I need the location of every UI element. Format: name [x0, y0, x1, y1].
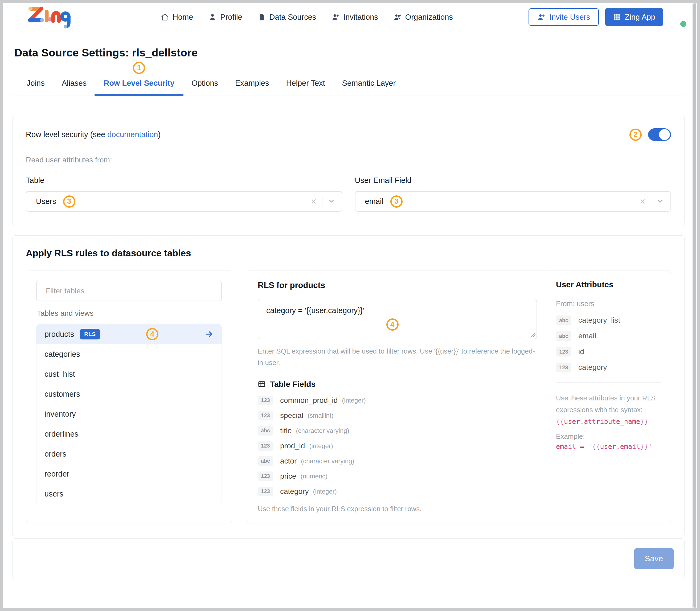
- table-select[interactable]: Users 3 ×: [26, 191, 342, 212]
- tab-examples[interactable]: Examples: [235, 79, 269, 95]
- table-row[interactable]: inventory: [36, 404, 222, 424]
- field-name: actor: [280, 457, 297, 465]
- tables-panel: Tables and views products RLS 4 categori…: [26, 270, 232, 523]
- person-plus-icon: [331, 13, 340, 21]
- field-name: common_prod_id: [280, 396, 338, 405]
- table-name: orderlines: [44, 430, 78, 438]
- attribute-name: email: [578, 332, 596, 340]
- table-row[interactable]: orders: [36, 444, 222, 464]
- attribute-syntax-code: {{user.attribute_name}}: [556, 418, 661, 426]
- table-field-row: 123 special (smallint): [258, 411, 537, 420]
- attribute-type-badge: 123: [556, 362, 571, 372]
- person-icon: [208, 13, 217, 21]
- scrollbar[interactable]: [692, 3, 697, 608]
- clear-icon[interactable]: ×: [640, 197, 645, 206]
- table-fields-list: 123 common_prod_id (integer) 123 special…: [258, 396, 537, 496]
- table-row[interactable]: reorder: [36, 464, 222, 484]
- person-plus-icon: [537, 13, 545, 21]
- divider: [556, 382, 661, 383]
- documentation-link[interactable]: documentation: [107, 130, 158, 139]
- user-attribute-row: abc category_list: [556, 315, 661, 325]
- user-attributes-list: abc category_list abc email 123 id 123: [556, 315, 661, 372]
- table-field-row: abc actor (character varying): [258, 456, 537, 466]
- attribute-type-badge: 123: [556, 347, 571, 357]
- nav-item-organizations[interactable]: Organizations: [393, 13, 453, 21]
- nav-item-profile[interactable]: Profile: [208, 13, 242, 21]
- table-name: users: [44, 490, 63, 498]
- annotation-step-2: 2: [629, 129, 642, 141]
- table-fields-label: Table Fields: [270, 379, 315, 389]
- table-row[interactable]: users: [36, 484, 222, 504]
- read-attributes-label: Read user attributes from:: [26, 156, 671, 164]
- nav-item-label: Profile: [220, 13, 242, 21]
- nav-item-label: Organizations: [405, 13, 453, 21]
- toggle-knob: [659, 129, 670, 140]
- user-attribute-row: 123 id: [556, 347, 661, 357]
- page-content: Data Source Settings: rls_dellstore Join…: [3, 47, 697, 579]
- tab-aliases[interactable]: Aliases: [62, 79, 87, 95]
- annotation-step-1: 1: [133, 62, 145, 74]
- rls-toggle[interactable]: [648, 128, 671, 141]
- attribute-name: category: [578, 363, 607, 372]
- tab-options[interactable]: Options: [191, 79, 218, 95]
- example-code: email = '{{user.email}}': [556, 443, 661, 450]
- rls-expression-input[interactable]: category = '{{user.category}}': [258, 299, 537, 339]
- tab-helper-text[interactable]: Helper Text: [286, 79, 325, 95]
- table-row[interactable]: customers: [36, 384, 222, 404]
- table-name: inventory: [44, 410, 76, 418]
- email-select-label: User Email Field: [355, 176, 671, 185]
- table-row[interactable]: categories: [36, 344, 222, 364]
- nav-item-label: Data Sources: [269, 13, 316, 21]
- email-select[interactable]: email 3 ×: [355, 191, 671, 212]
- chevron-down-icon[interactable]: [328, 197, 335, 206]
- table-name: cust_hist: [44, 370, 75, 378]
- field-type-badge: 123: [258, 487, 273, 496]
- table-row[interactable]: products RLS 4: [36, 324, 222, 344]
- rls-heading-suffix: ): [158, 130, 161, 139]
- field-type-badge: abc: [258, 426, 273, 435]
- field-type-badge: 123: [258, 411, 273, 420]
- settings-tabs: Joins Aliases 1 Row Level Security Optio…: [12, 79, 685, 96]
- table-icon: [258, 380, 266, 388]
- field-type-badge: 123: [258, 396, 273, 405]
- rls-badge: RLS: [80, 329, 100, 340]
- table-row[interactable]: cust_hist: [36, 364, 222, 384]
- rls-editor: RLS for products category = '{{user.cate…: [247, 270, 545, 523]
- select-divider: [651, 196, 651, 207]
- grid-icon: [613, 13, 621, 21]
- scrollbar-thumb[interactable]: [693, 3, 696, 608]
- table-field-row: 123 common_prod_id (integer): [258, 396, 537, 405]
- zing-app-button[interactable]: Zing App: [605, 8, 663, 26]
- email-select-group: User Email Field email 3 ×: [355, 176, 671, 212]
- invite-users-button[interactable]: Invite Users: [528, 8, 598, 26]
- tab-joins[interactable]: Joins: [27, 79, 45, 95]
- tables-list: products RLS 4 categories: [36, 324, 222, 504]
- filter-tables-input[interactable]: [36, 281, 222, 301]
- annotation-step-3: 3: [390, 195, 403, 208]
- tab-semantic-layer[interactable]: Semantic Layer: [342, 79, 396, 95]
- clear-icon[interactable]: ×: [311, 197, 316, 206]
- save-button[interactable]: Save: [634, 548, 674, 569]
- field-name: category: [280, 487, 309, 496]
- invite-users-label: Invite Users: [549, 13, 590, 21]
- field-datatype: (character varying): [296, 427, 349, 434]
- field-type-badge: abc: [258, 456, 273, 466]
- zing-app-label: Zing App: [625, 13, 655, 21]
- zing-logo[interactable]: [26, 4, 73, 30]
- tab-row-level-security[interactable]: 1 Row Level Security: [104, 79, 174, 95]
- annotation-step-4: 4: [146, 328, 159, 340]
- table-row[interactable]: orderlines: [36, 424, 222, 444]
- nav-item-home[interactable]: Home: [161, 13, 193, 21]
- nav-item-invitations[interactable]: Invitations: [331, 13, 378, 21]
- table-field-row: abc title (character varying): [258, 426, 537, 435]
- field-datatype: (integer): [313, 488, 337, 495]
- people-plus-icon: [393, 13, 402, 21]
- chevron-down-icon[interactable]: [657, 197, 664, 206]
- nav-item-data-sources[interactable]: Data Sources: [258, 13, 316, 21]
- field-name: prod_id: [280, 442, 305, 450]
- field-datatype: (integer): [342, 397, 366, 404]
- table-select-value: Users: [36, 197, 56, 206]
- resize-grip-icon[interactable]: [531, 333, 535, 337]
- arrow-right-icon: [205, 330, 213, 339]
- attribute-name: category_list: [578, 316, 620, 325]
